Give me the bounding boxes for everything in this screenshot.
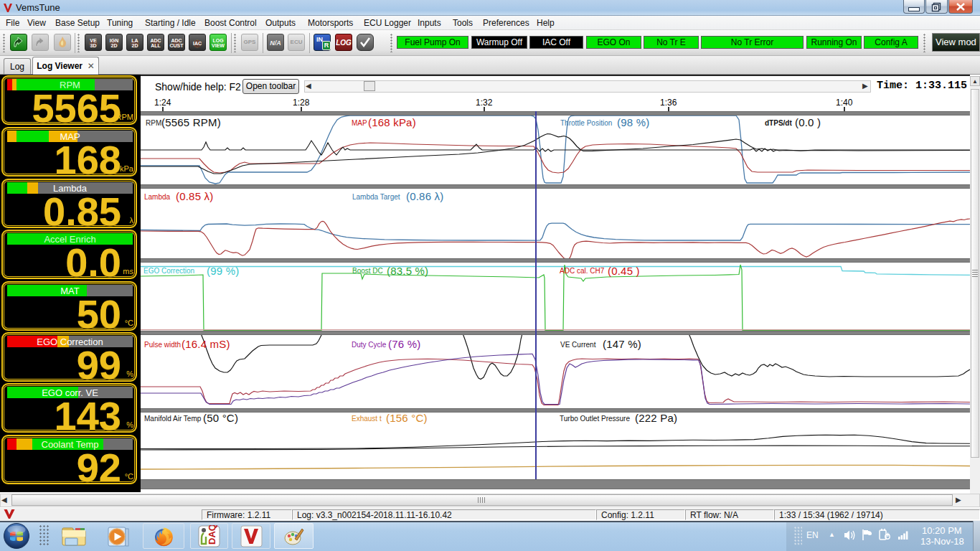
svg-text:DAQ: DAQ [207, 525, 217, 545]
